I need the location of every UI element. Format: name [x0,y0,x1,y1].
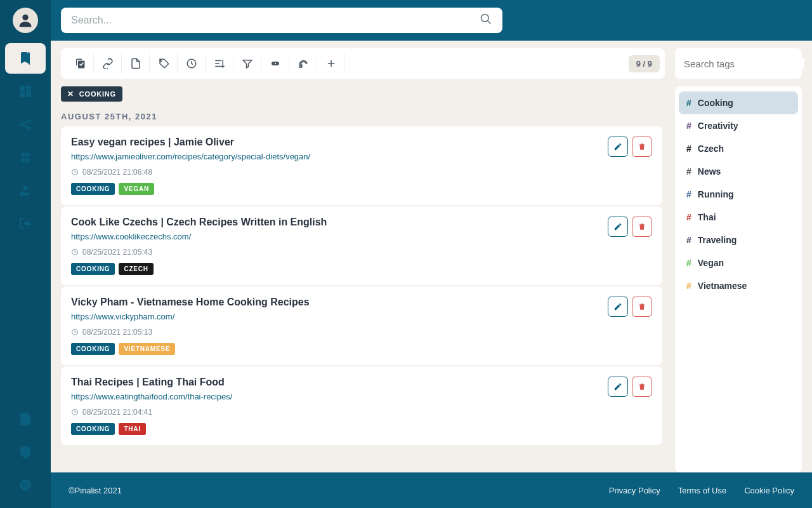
bookmark-url[interactable]: https://www.cooklikeczechs.com/ [71,232,652,241]
share-icon [18,117,33,132]
close-icon[interactable]: ✕ [67,90,74,98]
tag-label: News [698,166,721,177]
bookmark-actions [608,297,652,317]
tag-item[interactable]: #Vietnamese [679,274,798,297]
bookmark-title[interactable]: Thai Recipes | Eating Thai Food [71,377,652,388]
bookmark-actions [608,217,652,237]
delete-button[interactable] [632,217,652,237]
hash-icon: # [686,212,691,222]
bookmark-list[interactable]: Easy vegan recipes | Jamie Oliver https:… [61,126,665,472]
left-column: 9 / 9 ✕ COOKING AUGUST 25TH, 2021 Easy v… [61,48,665,472]
svg-point-0 [22,15,28,20]
toolbar: 9 / 9 [61,48,665,79]
sidebar-dashboard[interactable] [5,76,46,107]
footer-link[interactable]: Privacy Policy [609,486,660,495]
edit-button[interactable] [608,137,628,157]
sidebar-donate[interactable] [5,175,46,206]
sidebar-docs[interactable] [5,404,46,434]
bookmark-url[interactable]: https://www.jamieoliver.com/recipes/cate… [71,152,652,161]
trash-icon [638,142,646,151]
toolbar-filter[interactable] [233,53,261,74]
toolbar-select-all[interactable] [66,53,94,74]
trash-icon [638,302,646,311]
bookmark-title[interactable]: Cook Like Czechs | Czech Recipes Written… [71,217,652,228]
grid-icon [18,84,33,99]
footer-copyright: ©Pinalist 2021 [69,486,122,495]
tag-item[interactable]: #Thai [679,206,798,229]
bookmark-title[interactable]: Easy vegan recipes | Jamie Oliver [71,137,652,148]
bookmark-card: Vicky Pham - Vietnamese Home Cooking Rec… [61,286,662,365]
sidebar-security[interactable] [5,437,46,467]
bookmark-url[interactable]: https://www.eatingthaifood.com/thai-reci… [71,392,652,401]
bookmark-timestamp: 08/25/2021 21:05:13 [71,328,652,337]
footer: ©Pinalist 2021 Privacy PolicyTerms of Us… [51,472,812,508]
tag-item[interactable]: #Cooking [679,91,798,114]
tag-badge[interactable]: CZECH [119,263,153,275]
sidebar-share[interactable] [5,109,46,140]
toolbar-sort[interactable] [206,53,233,74]
tag-item[interactable]: #News [679,160,798,183]
search-input[interactable] [71,15,480,26]
toolbar-refresh[interactable] [289,53,317,74]
toolbar-info[interactable] [261,53,289,74]
tag-item[interactable]: #Czech [679,137,798,160]
tag-badge[interactable]: COOKING [71,183,115,195]
tag-item[interactable]: #Traveling [679,229,798,251]
footer-link[interactable]: Terms of Use [678,486,727,495]
sidebar-logout[interactable] [5,208,46,239]
toolbar-page[interactable] [122,53,150,74]
hash-icon: # [686,281,691,291]
bookmark-tags: COOKINGVIETNAMESE [71,343,652,355]
bookmark-title[interactable]: Vicky Pham - Vietnamese Home Cooking Rec… [71,297,652,308]
toolbar-add[interactable] [317,53,345,74]
tag-badge[interactable]: COOKING [71,423,115,435]
delete-button[interactable] [632,297,652,317]
counter: 9 / 9 [629,55,660,72]
delete-button[interactable] [632,377,652,397]
sidebar-bookmarks[interactable] [5,43,46,74]
delete-button[interactable] [632,137,652,157]
tag-item[interactable]: #Vegan [679,251,798,274]
avatar[interactable] [13,8,38,33]
tag-search-input[interactable] [684,58,804,69]
tag-label: Creativity [698,121,738,131]
tag-search-box[interactable] [675,48,802,79]
svg-point-12 [274,63,275,64]
tag-item[interactable]: #Creativity [679,114,798,137]
hash-icon: # [686,258,691,268]
tag-badge[interactable]: THAI [119,423,146,435]
toolbar-clock[interactable] [178,53,206,74]
clock-icon [71,328,79,336]
tag-badge[interactable]: COOKING [71,263,115,275]
hash-icon: # [686,144,691,154]
toolbar-tag[interactable] [150,53,178,74]
svg-point-4 [20,479,31,491]
edit-button[interactable] [608,377,628,397]
svg-point-5 [23,483,25,485]
sidebar-cookies[interactable] [5,470,46,500]
tag-label: Vietnamese [698,281,747,291]
search-box[interactable] [61,8,502,33]
sidebar-tags[interactable] [5,142,46,173]
tag-badge[interactable]: VEGAN [119,183,154,195]
hash-icon [18,150,33,165]
tag-badge[interactable]: VIETNAMESE [119,343,175,355]
edit-button[interactable] [608,297,628,317]
filter-chip-cooking[interactable]: ✕ COOKING [61,86,122,102]
search-icon [480,13,492,28]
tag-item[interactable]: #Running [679,183,798,206]
trash-icon [638,222,646,231]
svg-point-8 [27,486,29,488]
bookmark-url[interactable]: https://www.vickypham.com/ [71,312,652,321]
logout-icon [18,216,33,231]
hash-icon: # [686,121,691,131]
footer-link[interactable]: Cookie Policy [744,486,794,495]
edit-button[interactable] [608,217,628,237]
toolbar-link[interactable] [94,53,122,74]
bookmark-timestamp: 08/25/2021 21:04:41 [71,408,652,417]
trash-icon [638,382,646,391]
svg-point-7 [23,486,25,488]
tag-badge[interactable]: COOKING [71,343,115,355]
avatar-icon [16,11,34,29]
tag-list[interactable]: #Cooking#Creativity#Czech#News#Running#T… [675,86,802,472]
